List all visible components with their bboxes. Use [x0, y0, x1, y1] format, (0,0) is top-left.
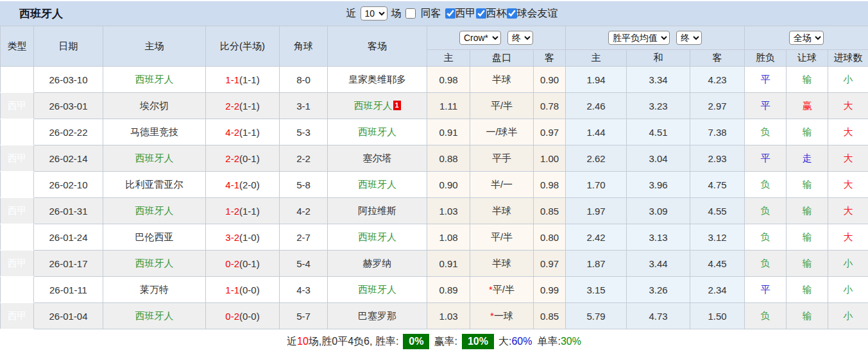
score-cell: 0-2(0-1)	[206, 251, 280, 277]
goals-result-cell: 小	[828, 67, 868, 93]
home-team-name[interactable]: 西班牙人	[135, 205, 174, 216]
team-badge: 1	[393, 101, 401, 110]
subcol-goals: 进球数	[828, 50, 868, 67]
home-team-cell: 莱万特	[103, 277, 206, 303]
home-team-name[interactable]: 西班牙人	[135, 74, 174, 85]
home-team-cell: 马德里竞技	[103, 119, 206, 145]
full-time-score: 1-1	[225, 74, 239, 85]
date-cell: 26-01-17	[34, 251, 103, 277]
corner-cell: 5-3	[280, 119, 328, 145]
away-team-cell: 塞尔塔	[328, 145, 427, 172]
home-team-name[interactable]: 埃尔切	[140, 100, 169, 111]
handicap-line-text: 一球	[494, 310, 513, 321]
goals-result-cell: 小	[828, 303, 868, 329]
away-team-name[interactable]: 西班牙人	[358, 179, 396, 190]
league-filter[interactable]: 西甲	[445, 7, 476, 21]
handicap-away-odds-cell: 0.97	[534, 119, 566, 145]
corner-cell: 5-7	[280, 303, 328, 329]
corner-cell: 4-2	[280, 198, 328, 224]
handicap-result-cell: 输	[787, 277, 828, 303]
half-time-score: (1-1)	[239, 74, 260, 85]
table-row: 西甲26-03-01埃尔切2-2(1-1)3-1西班牙人11.11平/半0.78…	[1, 93, 868, 119]
away-team-name[interactable]: 西班牙人	[354, 100, 393, 111]
home-team-name[interactable]: 莱万特	[140, 284, 169, 295]
col-date: 日期	[34, 26, 103, 67]
home-team-cell: 西班牙人	[103, 303, 206, 329]
full-time-score: 0-2	[225, 258, 239, 269]
home-team-name[interactable]: 比利亚雷亚尔	[126, 179, 183, 190]
handicap-line-text: 半球	[492, 205, 511, 216]
away-team-name[interactable]: 阿拉维斯	[358, 205, 396, 216]
handicap-away-odds-cell: 0.90	[534, 67, 566, 93]
league-checkbox[interactable]	[445, 8, 455, 19]
subcol-handicap-line: 盘口	[470, 50, 534, 67]
handicap-time-select[interactable]: 终	[507, 31, 533, 45]
table-row: 西甲26-01-31西班牙人1-2(1-1)4-2阿拉维斯1.03半球0.851…	[1, 198, 868, 224]
odds-home-cell: 1.70	[566, 172, 627, 198]
handicap-home-odds-cell: 0.90	[427, 172, 470, 198]
away-team-cell: 西班牙人	[328, 172, 427, 198]
date-cell: 26-03-10	[34, 67, 103, 93]
handicap-line-text: 一/球半	[486, 126, 517, 137]
recent-count-select[interactable]: 10	[361, 6, 387, 21]
corner-cell: 5-8	[280, 172, 328, 198]
away-team-name[interactable]: 皇家奥维耶多	[348, 74, 406, 85]
odds-away-cell: 2.34	[690, 277, 745, 303]
result-cell: 平	[745, 145, 787, 172]
handicap-away-odds-cell: 0.80	[534, 224, 566, 251]
table-row: 西甲26-01-11莱万特1-1(0-0)4-3西班牙人0.89*平/半0.99…	[1, 277, 868, 303]
match-stats-page: 西班牙人 近 10 场 同客 西甲西杯球会友谊 类型	[0, 0, 868, 355]
filter-controls: 近 10 场 同客 西甲西杯球会友谊	[346, 6, 558, 21]
goals-result-cell: 小	[828, 251, 868, 277]
handicap-line-cell: 平手	[470, 145, 534, 172]
summary-prefix: 近	[287, 335, 297, 349]
league-checkbox[interactable]	[507, 8, 517, 19]
scope-select[interactable]: 全场	[789, 31, 824, 45]
league-cell: 西甲	[1, 277, 34, 303]
away-team-name[interactable]: 赫罗纳	[363, 258, 392, 268]
home-team-name[interactable]: 西班牙人	[135, 258, 174, 268]
handicap-odds-group-header: Crow* 终	[427, 26, 566, 50]
score-cell: 1-1(1-1)	[206, 67, 280, 93]
score-cell: 3-2(1-0)	[206, 224, 280, 251]
date-cell: 26-02-10	[34, 172, 103, 198]
league-filter[interactable]: 西杯	[476, 7, 507, 21]
home-team-name[interactable]: 西班牙人	[135, 153, 174, 163]
summary-footer: 近10场,胜0平4负6, 胜率: 0% 赢率: 10% 大:60% 单率:30%	[0, 329, 868, 354]
home-team-cell: 比利亚雷亚尔	[103, 172, 206, 198]
score-cell: 4-1(2-0)	[206, 172, 280, 198]
league-filter[interactable]: 球会友谊	[507, 7, 558, 21]
result-cell: 负	[745, 119, 787, 145]
home-team-name[interactable]: 巴伦西亚	[135, 231, 174, 242]
odds-type-select[interactable]: 胜平负均值	[608, 31, 670, 45]
table-row: 西甲26-01-24巴伦西亚3-2(1-0)2-7西班牙人1.08平/半0.80…	[1, 224, 868, 251]
odds-home-cell: 1.94	[566, 67, 627, 93]
league-checkbox[interactable]	[476, 8, 486, 19]
odds-time-select[interactable]: 终	[676, 31, 702, 45]
result-cell: 负	[745, 251, 787, 277]
same-away-checkbox[interactable]	[405, 8, 416, 19]
handicap-line-text: 半球	[492, 74, 511, 85]
away-team-name[interactable]: 西班牙人	[358, 231, 396, 242]
away-team-name[interactable]: 西班牙人	[358, 284, 396, 295]
odds-away-cell: 4.75	[690, 172, 745, 198]
away-team-name[interactable]: 塞尔塔	[363, 153, 392, 163]
league-cell: 西甲	[1, 303, 34, 329]
odds-home-cell: 2.46	[566, 93, 627, 119]
bookmaker-select[interactable]: Crow*	[459, 31, 501, 45]
outcome-group-header: 全场	[745, 26, 868, 50]
home-team-name[interactable]: 西班牙人	[135, 310, 174, 321]
away-team-name[interactable]: 巴塞罗那	[358, 310, 396, 321]
home-team-cell: 埃尔切	[103, 93, 206, 119]
recent-label: 近	[346, 7, 357, 21]
half-time-score: (1-0)	[239, 232, 260, 243]
away-team-name[interactable]: 西班牙人	[358, 126, 396, 137]
result-cell: 负	[745, 172, 787, 198]
corner-cell: 2-2	[280, 145, 328, 172]
table-row: 西甲26-02-10比利亚雷亚尔4-1(2-0)5-8西班牙人0.90半/一0.…	[1, 172, 868, 198]
half-time-score: (1-1)	[239, 101, 260, 111]
home-team-name[interactable]: 马德里竞技	[130, 126, 178, 137]
home-team-cell: 西班牙人	[103, 198, 206, 224]
subcol-odds-draw: 和	[627, 50, 690, 67]
league-cell: 西甲	[1, 145, 34, 172]
